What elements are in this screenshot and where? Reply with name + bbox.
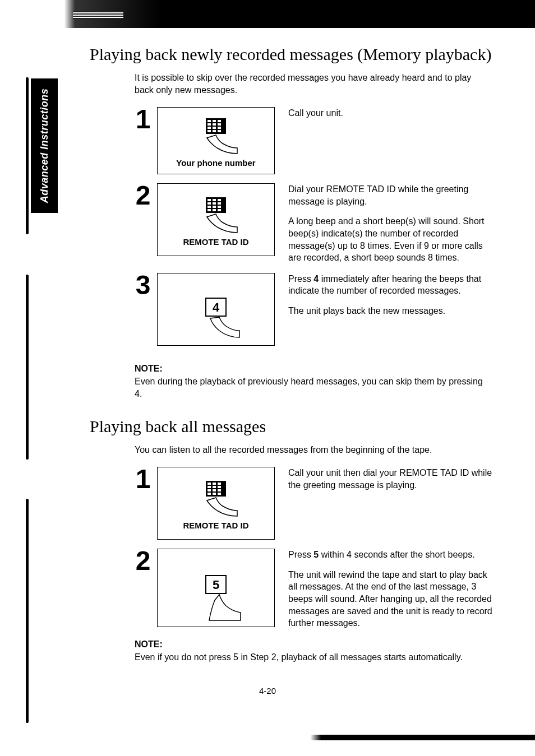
svg-rect-32 [218,483,221,485]
key-press-icon: 5 [182,569,250,608]
keypad-hand-icon [182,115,250,155]
step-1: 1 Your phone number [129,107,496,174]
left-margin-rule [26,499,29,723]
svg-rect-37 [213,489,216,491]
svg-rect-41 [218,493,221,495]
step-text: The unit plays back the new messages. [288,305,496,317]
step-figure-remote-tad: REMOTE TAD ID [157,183,275,256]
left-margin-rule [26,77,29,234]
svg-rect-5 [213,123,216,126]
svg-rect-12 [218,130,221,132]
step-text: Press 4 immediately after hearing the be… [288,273,496,297]
svg-rect-16 [218,199,221,201]
svg-rect-10 [207,130,211,132]
note-block: NOTE: Even if you do not press 5 in Step… [135,638,490,664]
figure-caption: Your phone number [176,158,255,168]
step-description: Call your unit. [288,107,496,119]
svg-rect-7 [207,127,211,129]
section-title-memory-playback: Playing back newly recorded messages (Me… [90,45,513,64]
step-text: The unit will rewind the tape and start … [288,569,496,629]
step-2: 2 5 Press 5 within 4 seconds after the s… [129,549,496,629]
svg-rect-25 [218,209,221,211]
step-figure-remote-tad: REMOTE TAD ID [157,467,275,540]
section-tab: Advanced Instructions [31,78,58,213]
svg-rect-3 [218,120,221,122]
section-tab-label: Advanced Instructions [39,89,50,203]
step-text: A long beep and a short beep(s) will sou… [288,215,496,263]
svg-rect-35 [218,486,221,488]
steps-list: 1 Your phone number [129,107,496,346]
keypad-hand-icon [182,194,250,234]
svg-rect-31 [213,483,216,485]
scan-artifact-top [0,0,535,28]
note-label: NOTE: [135,638,490,651]
svg-rect-23 [207,209,211,211]
svg-rect-38 [218,489,221,491]
step-2: 2 REMOTE TAD ID [129,183,496,264]
svg-rect-36 [207,489,211,491]
note-label: NOTE: [135,363,490,375]
step-number: 1 [129,107,157,131]
section-intro: You can listen to all the recorded messa… [135,444,490,456]
svg-rect-18 [213,202,216,205]
note-text: Even during the playback of previously h… [135,375,490,400]
svg-rect-40 [213,493,216,495]
page-number: 4-20 [22,686,513,695]
svg-rect-1 [207,120,211,122]
step-number: 3 [129,273,157,297]
figure-caption: REMOTE TAD ID [183,237,248,247]
step-text: Call your unit. [288,107,496,119]
left-margin-rule [26,275,29,460]
step-figure-key-5: 5 [157,549,275,627]
key-press-icon: 4 [182,290,250,330]
step-description: Press 4 immediately after hearing the be… [288,273,496,317]
step-number: 2 [129,183,157,207]
step-description: Call your unit then dial your REMOTE TAD… [288,467,496,491]
svg-rect-8 [213,127,216,129]
svg-rect-17 [207,202,211,205]
svg-rect-39 [207,493,211,495]
step-text: Dial your REMOTE TAD ID while the greeti… [288,183,496,207]
svg-rect-11 [213,130,216,132]
svg-text:5: 5 [213,578,219,592]
svg-rect-34 [213,486,216,488]
svg-rect-2 [213,120,216,122]
svg-rect-30 [207,483,211,485]
step-figure-phone: Your phone number [157,107,275,174]
svg-rect-14 [207,199,211,201]
svg-rect-6 [218,123,221,126]
step-1: 1 REMOTE TAD ID [129,467,496,540]
svg-rect-33 [207,486,211,488]
step-description: Press 5 within 4 seconds after the short… [288,549,496,629]
svg-rect-4 [207,123,211,126]
note-block: NOTE: Even during the playback of previo… [135,363,490,400]
section-title-all-messages: Playing back all messages [90,417,513,436]
step-number: 1 [129,467,157,491]
svg-text:4: 4 [213,300,220,314]
svg-rect-22 [218,206,221,208]
keypad-hand-icon [182,478,250,517]
steps-list: 1 REMOTE TAD ID [129,467,496,629]
svg-rect-24 [213,209,216,211]
step-text: Press 5 within 4 seconds after the short… [288,549,496,561]
section-intro: It is possible to skip over the recorded… [135,72,490,96]
note-text: Even if you do not press 5 in Step 2, pl… [135,651,490,664]
page-body: Advanced Instructions Playing back newly… [0,45,535,718]
figure-caption: REMOTE TAD ID [183,521,248,530]
svg-rect-15 [213,199,216,201]
svg-rect-21 [213,206,216,208]
step-figure-key-4: 4 [157,273,275,346]
scan-artifact-bottom [0,735,535,740]
svg-rect-9 [218,127,221,129]
svg-rect-20 [207,206,211,208]
step-number: 2 [129,549,157,573]
step-description: Dial your REMOTE TAD ID while the greeti… [288,183,496,264]
svg-rect-19 [218,202,221,205]
step-text: Call your unit then dial your REMOTE TAD… [288,467,496,491]
step-3: 3 4 Press 4 immediately after hearing th… [129,273,496,346]
